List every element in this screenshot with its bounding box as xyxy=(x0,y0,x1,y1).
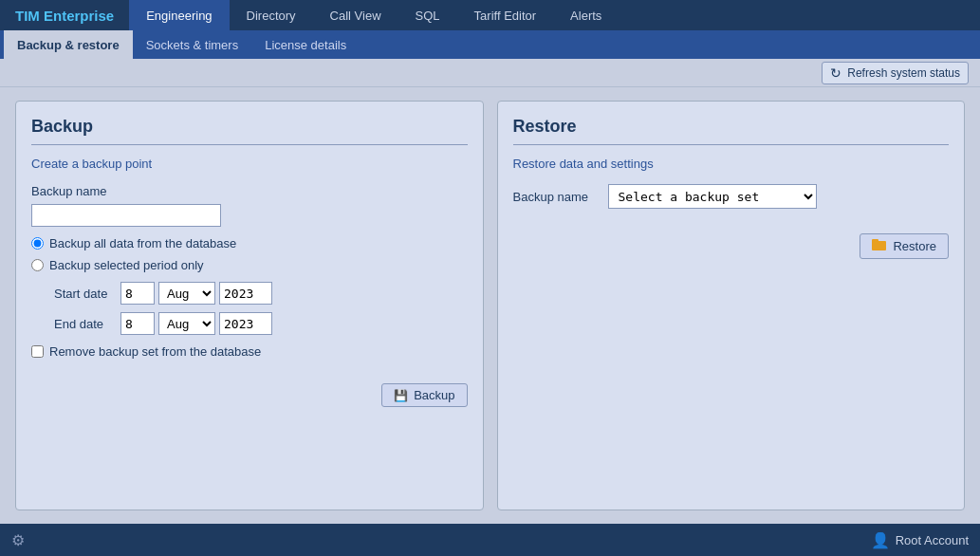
nav-item-tariff-editor[interactable]: Tariff Editor xyxy=(457,0,554,30)
sub-nav: Backup & restore Sockets & timers Licens… xyxy=(0,30,980,59)
app-logo: TIM Enterprise xyxy=(0,8,129,24)
nav-item-alerts[interactable]: Alerts xyxy=(553,0,619,30)
status-bar: ⚙ 👤 Root Account xyxy=(0,524,980,556)
backup-button[interactable]: 💾 Backup xyxy=(381,383,467,407)
restore-button[interactable]: Restore xyxy=(860,233,949,259)
backup-options: Backup all data from the database Backup… xyxy=(31,236,468,272)
backup-name-label: Backup name xyxy=(31,184,468,198)
sub-nav-license-details[interactable]: License details xyxy=(251,30,360,59)
restore-panel-title: Restore xyxy=(513,117,950,145)
main-content: Backup Create a backup point Backup name… xyxy=(0,87,980,524)
svg-rect-1 xyxy=(872,239,878,243)
radio-period-row: Backup selected period only xyxy=(31,258,468,272)
refresh-label: Refresh system status xyxy=(847,66,960,80)
end-year-input[interactable] xyxy=(219,312,272,335)
backup-panel: Backup Create a backup point Backup name… xyxy=(15,101,484,510)
remove-backup-row: Remove backup set from the database xyxy=(31,344,468,359)
remove-backup-checkbox[interactable] xyxy=(31,345,44,358)
toolbar: ↻ Refresh system status xyxy=(0,59,980,87)
main-nav: Engineering Directory Call View SQL Tari… xyxy=(129,0,980,30)
create-backup-link[interactable]: Create a backup point xyxy=(31,157,468,171)
nav-item-engineering[interactable]: Engineering xyxy=(129,0,229,30)
gear-icon[interactable]: ⚙ xyxy=(11,531,25,549)
radio-all-data-row: Backup all data from the database xyxy=(31,236,468,250)
nav-item-sql[interactable]: SQL xyxy=(398,0,457,30)
radio-period-label: Backup selected period only xyxy=(49,258,204,272)
remove-backup-label: Remove backup set from the database xyxy=(49,344,261,359)
start-month-select[interactable]: JanFebMarApr MayJunJulAug SepOctNovDec xyxy=(158,282,215,305)
root-account[interactable]: 👤 Root Account xyxy=(871,531,969,549)
logo-enterprise: Enterprise xyxy=(40,8,114,24)
restore-form: Backup name Select a backup set xyxy=(513,184,950,209)
backup-name-input[interactable] xyxy=(31,204,221,227)
restore-backup-name-label: Backup name xyxy=(513,190,589,204)
start-date-row: Start date JanFebMarApr MayJunJulAug Sep… xyxy=(31,282,468,305)
start-date-label: Start date xyxy=(54,287,120,301)
backup-panel-title: Backup xyxy=(31,117,468,145)
restore-button-label: Restore xyxy=(893,239,936,253)
root-account-label: Root Account xyxy=(896,533,969,547)
backup-footer: 💾 Backup xyxy=(31,374,468,407)
nav-item-directory[interactable]: Directory xyxy=(230,0,313,30)
nav-item-callview[interactable]: Call View xyxy=(313,0,398,30)
folder-icon xyxy=(872,238,887,254)
restore-data-link[interactable]: Restore data and settings xyxy=(513,157,950,171)
end-date-row: End date JanFebMarApr MayJunJulAug SepOc… xyxy=(31,312,468,335)
radio-period[interactable] xyxy=(31,259,44,271)
end-month-select[interactable]: JanFebMarApr MayJunJulAug SepOctNovDec xyxy=(158,312,215,335)
status-bar-left: ⚙ xyxy=(11,531,25,549)
restore-panel: Restore Restore data and settings Backup… xyxy=(497,101,966,510)
backup-set-select[interactable]: Select a backup set xyxy=(608,184,817,209)
radio-all-data-label: Backup all data from the database xyxy=(49,236,236,250)
logo-tim: TIM xyxy=(15,8,40,24)
start-year-input[interactable] xyxy=(219,282,272,305)
top-nav: TIM Enterprise Engineering Directory Cal… xyxy=(0,0,980,30)
restore-footer: Restore xyxy=(513,224,950,259)
start-day-input[interactable] xyxy=(120,282,155,305)
backup-button-label: Backup xyxy=(414,388,454,402)
floppy-icon: 💾 xyxy=(394,389,408,402)
refresh-button[interactable]: ↻ Refresh system status xyxy=(822,62,969,84)
end-date-label: End date xyxy=(54,317,120,331)
refresh-icon: ↻ xyxy=(830,65,841,81)
radio-all-data[interactable] xyxy=(31,237,44,250)
sub-nav-backup-restore[interactable]: Backup & restore xyxy=(4,30,133,59)
end-day-input[interactable] xyxy=(120,312,155,335)
user-icon: 👤 xyxy=(871,531,890,549)
sub-nav-sockets-timers[interactable]: Sockets & timers xyxy=(133,30,252,59)
